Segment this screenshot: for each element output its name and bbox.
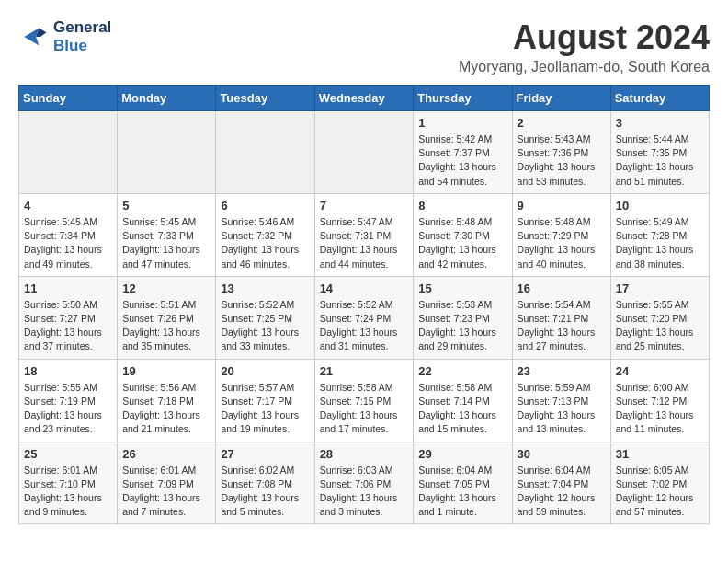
calendar-cell bbox=[314, 111, 414, 194]
day-info: Sunrise: 5:46 AMSunset: 7:32 PMDaylight:… bbox=[221, 215, 309, 271]
calendar-cell: 30Sunrise: 6:04 AMSunset: 7:04 PMDayligh… bbox=[512, 442, 610, 524]
calendar-body: 1Sunrise: 5:42 AMSunset: 7:37 PMDaylight… bbox=[19, 111, 710, 524]
day-number: 31 bbox=[616, 447, 704, 461]
calendar-cell: 14Sunrise: 5:52 AMSunset: 7:24 PMDayligh… bbox=[314, 276, 414, 359]
day-number: 20 bbox=[221, 364, 309, 378]
day-info: Sunrise: 5:58 AMSunset: 7:15 PMDaylight:… bbox=[320, 381, 409, 437]
header-day-sunday: Sunday bbox=[19, 86, 118, 111]
day-info: Sunrise: 5:45 AMSunset: 7:33 PMDaylight:… bbox=[122, 215, 210, 271]
calendar-cell: 4Sunrise: 5:45 AMSunset: 7:34 PMDaylight… bbox=[19, 193, 118, 276]
header-day-friday: Friday bbox=[512, 86, 610, 111]
calendar-cell bbox=[216, 111, 314, 194]
day-info: Sunrise: 6:02 AMSunset: 7:08 PMDaylight:… bbox=[221, 464, 309, 520]
day-number: 8 bbox=[418, 199, 506, 213]
calendar-header: SundayMondayTuesdayWednesdayThursdayFrid… bbox=[19, 86, 710, 111]
day-info: Sunrise: 6:05 AMSunset: 7:02 PMDaylight:… bbox=[616, 464, 704, 520]
day-number: 30 bbox=[518, 447, 606, 461]
day-number: 24 bbox=[616, 364, 704, 378]
day-info: Sunrise: 5:59 AMSunset: 7:13 PMDaylight:… bbox=[518, 381, 606, 437]
calendar-cell: 22Sunrise: 5:58 AMSunset: 7:14 PMDayligh… bbox=[414, 359, 512, 442]
header-day-monday: Monday bbox=[118, 86, 216, 111]
day-info: Sunrise: 5:45 AMSunset: 7:34 PMDaylight:… bbox=[24, 215, 112, 271]
day-number: 2 bbox=[518, 116, 606, 130]
calendar-cell: 13Sunrise: 5:52 AMSunset: 7:25 PMDayligh… bbox=[216, 276, 314, 359]
header-day-thursday: Thursday bbox=[414, 86, 512, 111]
calendar-cell: 9Sunrise: 5:48 AMSunset: 7:29 PMDaylight… bbox=[512, 193, 610, 276]
day-number: 9 bbox=[518, 199, 606, 213]
day-info: Sunrise: 6:04 AMSunset: 7:04 PMDaylight:… bbox=[518, 464, 606, 520]
day-number: 14 bbox=[320, 282, 409, 295]
day-info: Sunrise: 5:50 AMSunset: 7:27 PMDaylight:… bbox=[24, 298, 112, 354]
calendar-cell: 12Sunrise: 5:51 AMSunset: 7:26 PMDayligh… bbox=[118, 276, 216, 359]
day-number: 10 bbox=[616, 199, 704, 213]
calendar-cell: 16Sunrise: 5:54 AMSunset: 7:21 PMDayligh… bbox=[512, 276, 610, 359]
day-number: 6 bbox=[221, 199, 309, 213]
calendar-week-3: 11Sunrise: 5:50 AMSunset: 7:27 PMDayligh… bbox=[19, 276, 710, 359]
day-number: 11 bbox=[24, 282, 112, 295]
day-number: 16 bbox=[518, 282, 606, 295]
day-info: Sunrise: 5:51 AMSunset: 7:26 PMDaylight:… bbox=[122, 298, 210, 354]
day-info: Sunrise: 5:55 AMSunset: 7:20 PMDaylight:… bbox=[616, 298, 704, 354]
day-number: 12 bbox=[122, 282, 210, 295]
calendar-cell: 11Sunrise: 5:50 AMSunset: 7:27 PMDayligh… bbox=[19, 276, 118, 359]
day-info: Sunrise: 5:56 AMSunset: 7:18 PMDaylight:… bbox=[122, 381, 210, 437]
day-number: 13 bbox=[221, 282, 309, 295]
day-info: Sunrise: 5:55 AMSunset: 7:19 PMDaylight:… bbox=[24, 381, 112, 437]
day-number: 18 bbox=[24, 364, 112, 378]
calendar-cell bbox=[118, 111, 216, 194]
day-number: 19 bbox=[122, 364, 210, 378]
day-number: 26 bbox=[122, 447, 210, 461]
day-info: Sunrise: 5:53 AMSunset: 7:23 PMDaylight:… bbox=[418, 298, 506, 354]
day-info: Sunrise: 5:44 AMSunset: 7:35 PMDaylight:… bbox=[616, 132, 704, 189]
day-info: Sunrise: 5:47 AMSunset: 7:31 PMDaylight:… bbox=[320, 215, 409, 271]
calendar-week-4: 18Sunrise: 5:55 AMSunset: 7:19 PMDayligh… bbox=[19, 359, 710, 442]
day-number: 29 bbox=[418, 447, 506, 461]
day-info: Sunrise: 5:52 AMSunset: 7:25 PMDaylight:… bbox=[221, 298, 309, 354]
day-number: 4 bbox=[24, 199, 112, 213]
header-day-tuesday: Tuesday bbox=[216, 86, 314, 111]
calendar-cell: 27Sunrise: 6:02 AMSunset: 7:08 PMDayligh… bbox=[216, 442, 314, 524]
day-info: Sunrise: 6:04 AMSunset: 7:05 PMDaylight:… bbox=[418, 464, 506, 520]
calendar-cell: 31Sunrise: 6:05 AMSunset: 7:02 PMDayligh… bbox=[610, 442, 709, 524]
day-info: Sunrise: 6:01 AMSunset: 7:09 PMDaylight:… bbox=[122, 464, 210, 520]
day-number: 17 bbox=[616, 282, 704, 295]
calendar-week-1: 1Sunrise: 5:42 AMSunset: 7:37 PMDaylight… bbox=[19, 111, 710, 194]
logo-text: General Blue bbox=[53, 18, 111, 55]
calendar-cell: 24Sunrise: 6:00 AMSunset: 7:12 PMDayligh… bbox=[610, 359, 709, 442]
logo: General Blue bbox=[18, 18, 111, 55]
calendar-cell: 15Sunrise: 5:53 AMSunset: 7:23 PMDayligh… bbox=[414, 276, 512, 359]
header-day-saturday: Saturday bbox=[610, 86, 709, 111]
calendar-cell: 5Sunrise: 5:45 AMSunset: 7:33 PMDaylight… bbox=[118, 193, 216, 276]
calendar-cell: 25Sunrise: 6:01 AMSunset: 7:10 PMDayligh… bbox=[19, 442, 118, 524]
day-number: 5 bbox=[122, 199, 210, 213]
day-number: 15 bbox=[418, 282, 506, 295]
calendar-cell: 8Sunrise: 5:48 AMSunset: 7:30 PMDaylight… bbox=[414, 193, 512, 276]
day-info: Sunrise: 5:48 AMSunset: 7:29 PMDaylight:… bbox=[518, 215, 606, 271]
calendar-cell: 6Sunrise: 5:46 AMSunset: 7:32 PMDaylight… bbox=[216, 193, 314, 276]
calendar-cell: 17Sunrise: 5:55 AMSunset: 7:20 PMDayligh… bbox=[610, 276, 709, 359]
header-row: SundayMondayTuesdayWednesdayThursdayFrid… bbox=[19, 86, 710, 111]
calendar-cell: 10Sunrise: 5:49 AMSunset: 7:28 PMDayligh… bbox=[610, 193, 709, 276]
day-info: Sunrise: 6:01 AMSunset: 7:10 PMDaylight:… bbox=[24, 464, 112, 520]
day-number: 22 bbox=[418, 364, 506, 378]
month-year: August 2024 bbox=[459, 18, 710, 57]
day-info: Sunrise: 5:54 AMSunset: 7:21 PMDaylight:… bbox=[518, 298, 606, 354]
day-info: Sunrise: 5:49 AMSunset: 7:28 PMDaylight:… bbox=[616, 215, 704, 271]
day-info: Sunrise: 5:42 AMSunset: 7:37 PMDaylight:… bbox=[418, 132, 506, 189]
calendar-week-2: 4Sunrise: 5:45 AMSunset: 7:34 PMDaylight… bbox=[19, 193, 710, 276]
calendar-cell: 19Sunrise: 5:56 AMSunset: 7:18 PMDayligh… bbox=[118, 359, 216, 442]
calendar: SundayMondayTuesdayWednesdayThursdayFrid… bbox=[18, 85, 710, 524]
page-header: General Blue August 2024 Myoryang, Jeoll… bbox=[18, 18, 710, 75]
calendar-cell: 28Sunrise: 6:03 AMSunset: 7:06 PMDayligh… bbox=[314, 442, 414, 524]
calendar-cell: 29Sunrise: 6:04 AMSunset: 7:05 PMDayligh… bbox=[414, 442, 512, 524]
day-info: Sunrise: 5:58 AMSunset: 7:14 PMDaylight:… bbox=[418, 381, 506, 437]
calendar-cell bbox=[19, 111, 118, 194]
calendar-cell: 20Sunrise: 5:57 AMSunset: 7:17 PMDayligh… bbox=[216, 359, 314, 442]
calendar-week-5: 25Sunrise: 6:01 AMSunset: 7:10 PMDayligh… bbox=[19, 442, 710, 524]
day-number: 7 bbox=[320, 199, 409, 213]
day-info: Sunrise: 5:57 AMSunset: 7:17 PMDaylight:… bbox=[221, 381, 309, 437]
calendar-cell: 23Sunrise: 5:59 AMSunset: 7:13 PMDayligh… bbox=[512, 359, 610, 442]
logo-icon bbox=[18, 22, 48, 52]
title-block: August 2024 Myoryang, Jeollanam-do, Sout… bbox=[459, 18, 710, 75]
day-info: Sunrise: 5:48 AMSunset: 7:30 PMDaylight:… bbox=[418, 215, 506, 271]
